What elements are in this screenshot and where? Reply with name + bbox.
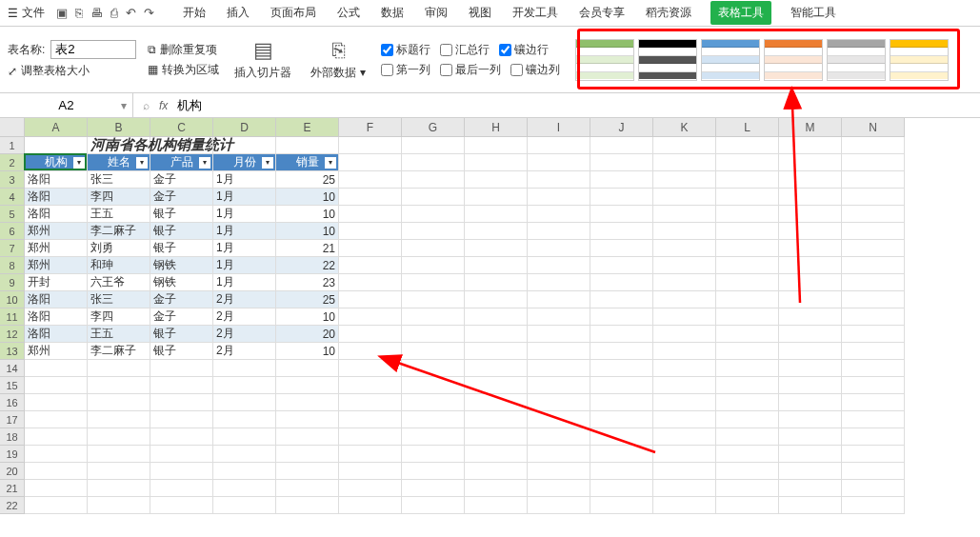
cell[interactable] [465,154,528,171]
cell[interactable] [150,377,213,394]
cell[interactable] [716,206,779,223]
cell[interactable] [653,343,716,360]
cell[interactable] [528,446,590,463]
cell[interactable] [842,223,905,240]
cell[interactable] [842,343,905,360]
cell[interactable] [653,257,716,274]
cell[interactable] [150,446,213,463]
cell[interactable] [339,326,402,343]
cell[interactable] [465,360,528,377]
cell[interactable] [528,480,590,497]
tab-docer[interactable]: 稻壳资源 [644,1,693,25]
cell[interactable] [276,463,339,480]
cell[interactable] [402,257,465,274]
cell[interactable] [402,189,465,206]
column-header[interactable]: B [88,118,150,137]
select-all-corner[interactable] [0,118,25,137]
cell[interactable] [465,428,528,446]
cell[interactable]: 和珅 [88,257,150,274]
cell[interactable] [276,411,339,428]
cell[interactable]: 23 [276,274,339,291]
cell[interactable] [716,463,779,480]
cell[interactable]: 郑州 [25,240,88,257]
cell[interactable] [842,480,905,497]
table-name-input[interactable] [50,40,136,59]
cell[interactable]: 王五 [88,326,150,343]
cell[interactable] [213,446,276,463]
cell[interactable] [653,189,716,206]
cell[interactable] [842,360,905,377]
column-header[interactable]: A [25,118,88,137]
cell[interactable] [276,497,339,514]
cell[interactable] [88,360,150,377]
cell[interactable] [150,394,213,411]
cell[interactable] [339,240,402,257]
row-header[interactable]: 7 [0,240,25,257]
cell[interactable]: 张三 [88,171,150,189]
column-header[interactable]: J [590,118,653,137]
cell[interactable] [339,428,402,446]
cell[interactable] [402,274,465,291]
cell[interactable] [339,291,402,308]
cell[interactable] [465,411,528,428]
cell[interactable] [465,189,528,206]
cell[interactable] [402,428,465,446]
cell[interactable] [402,446,465,463]
cell[interactable] [339,411,402,428]
cell[interactable]: 销量▾ [276,154,339,171]
cell[interactable] [716,154,779,171]
row-header[interactable]: 18 [0,428,25,446]
tab-insert[interactable]: 插入 [225,1,251,25]
cell[interactable] [842,274,905,291]
cell[interactable] [402,154,465,171]
cell[interactable] [213,360,276,377]
cell[interactable] [465,377,528,394]
row-header[interactable]: 22 [0,497,25,514]
cell[interactable]: 1月 [213,189,276,206]
filter-dropdown-icon[interactable]: ▾ [73,157,85,169]
cell[interactable] [339,343,402,360]
cell[interactable] [779,189,842,206]
cell[interactable]: 10 [276,308,339,326]
cell[interactable] [88,497,150,514]
cell[interactable] [842,326,905,343]
cell[interactable]: 2月 [213,343,276,360]
cell[interactable] [716,137,779,154]
filter-dropdown-icon[interactable]: ▾ [262,157,273,169]
cell[interactable] [842,308,905,326]
cell[interactable] [528,497,590,514]
cell[interactable] [842,257,905,274]
cell[interactable] [590,137,653,154]
tab-home[interactable]: 开始 [181,1,208,25]
cell[interactable] [465,171,528,189]
cell[interactable] [653,394,716,411]
cell[interactable]: 郑州 [25,343,88,360]
cell[interactable] [402,377,465,394]
cell[interactable] [528,377,590,394]
column-header[interactable]: N [842,118,905,137]
cell[interactable]: 银子 [150,206,213,223]
cell[interactable] [716,343,779,360]
cell[interactable] [590,480,653,497]
cell[interactable] [465,257,528,274]
cell[interactable] [276,428,339,446]
cell[interactable] [339,377,402,394]
cell[interactable] [25,480,88,497]
tab-member[interactable]: 会员专享 [577,1,627,25]
cell[interactable]: 李二麻子 [88,343,150,360]
cb-header-row[interactable]: 标题行 [381,42,430,58]
cell[interactable] [842,497,905,514]
cell[interactable] [716,308,779,326]
cell[interactable] [779,446,842,463]
cb-banded-col[interactable]: 镶边列 [510,62,560,78]
cell[interactable] [25,411,88,428]
cell[interactable] [716,428,779,446]
cell[interactable] [590,360,653,377]
cell[interactable] [779,377,842,394]
cell[interactable] [25,360,88,377]
tab-dev[interactable]: 开发工具 [510,1,560,25]
cell[interactable]: 郑州 [25,223,88,240]
cell[interactable]: 金子 [150,189,213,206]
cell[interactable] [402,206,465,223]
cell[interactable] [653,360,716,377]
